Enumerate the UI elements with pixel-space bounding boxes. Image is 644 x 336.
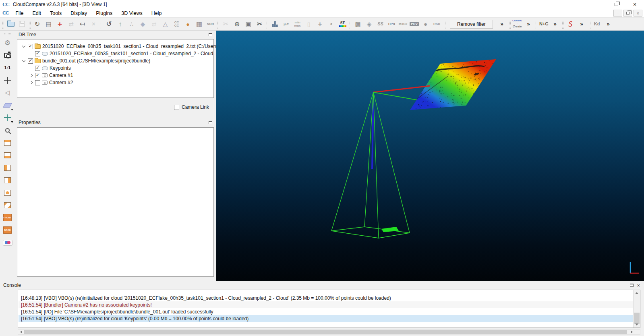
- scroll-down-button[interactable]: [634, 321, 640, 328]
- canupo-create-icon[interactable]: CANUPO∴Create: [512, 19, 523, 29]
- add-sf-icon[interactable]: +: [315, 19, 325, 29]
- screenshot-camera-icon[interactable]: [2, 50, 14, 61]
- restore-button[interactable]: [607, 0, 625, 9]
- checkerboard-icon[interactable]: ▦: [194, 19, 205, 29]
- segment-icon[interactable]: ✂: [254, 19, 265, 29]
- animation-plugin-icon[interactable]: ▩: [352, 19, 363, 29]
- visibility-checkbox[interactable]: [28, 44, 33, 49]
- overflow-chevron-icon[interactable]: »: [523, 19, 534, 29]
- scroll-up-button[interactable]: [634, 290, 640, 296]
- camera-link-checkbox[interactable]: [174, 105, 179, 110]
- float-panel-icon[interactable]: [209, 33, 212, 36]
- tree-row[interactable]: Camera #1: [17, 72, 213, 79]
- open-file-icon[interactable]: [5, 19, 16, 29]
- collapse-icon[interactable]: [21, 46, 26, 47]
- tree-row[interactable]: Camera #2: [17, 79, 213, 86]
- menu-plugins[interactable]: Plugins: [91, 9, 117, 18]
- merge-icon[interactable]: ⇄: [66, 19, 77, 29]
- mdi-close-button[interactable]: ×: [634, 10, 642, 17]
- visibility-checkbox[interactable]: [35, 73, 40, 78]
- expand-icon[interactable]: [29, 81, 33, 84]
- overflow-chevron-icon[interactable]: »: [497, 19, 507, 29]
- translate-rotate-icon[interactable]: ⊕: [232, 19, 242, 29]
- tree-row[interactable]: 20151020_ECFlake_00h35_task101_section1 …: [17, 43, 213, 50]
- collapse-icon[interactable]: [21, 60, 26, 62]
- toolbar-drag-handle[interactable]: [2, 19, 4, 29]
- overflow-chevron-icon[interactable]: »: [603, 19, 614, 29]
- scissors-icon[interactable]: ✂: [220, 19, 231, 29]
- back-iso-view-icon[interactable]: BACK: [2, 224, 14, 236]
- gaussian-filter-icon[interactable]: μ,σ: [281, 19, 292, 29]
- menu-help[interactable]: Help: [147, 9, 166, 18]
- rsd-plugin-icon[interactable]: RSD: [431, 19, 442, 29]
- mdi-restore-button[interactable]: [623, 10, 632, 17]
- view-top-icon[interactable]: [2, 137, 14, 148]
- menu-3d-views[interactable]: 3D Views: [117, 9, 147, 18]
- toolbar-drag-handle[interactable]: [509, 19, 511, 29]
- crop-box-icon[interactable]: ▣: [243, 19, 254, 29]
- m3c2-plugin-icon[interactable]: M3C2: [398, 19, 408, 29]
- delete-icon[interactable]: ×: [88, 19, 99, 29]
- stereo-mode-icon[interactable]: [2, 237, 14, 248]
- save-icon[interactable]: [17, 19, 27, 29]
- toolbar-drag-handle[interactable]: [4, 33, 11, 35]
- sf-minmax-icon[interactable]: min max: [292, 19, 303, 29]
- mesh-triangle-icon[interactable]: △: [160, 19, 171, 29]
- toolbar-drag-handle[interactable]: [100, 19, 102, 29]
- menu-tools[interactable]: Tools: [46, 9, 66, 18]
- toolbar-drag-handle[interactable]: [349, 19, 351, 29]
- minimize-button[interactable]: –: [588, 0, 607, 9]
- sf-arithmetic-icon[interactable]: #: [326, 19, 337, 29]
- ss-plugin-icon[interactable]: SS: [375, 19, 386, 29]
- primitive-factory-icon[interactable]: ●: [182, 19, 193, 29]
- front-iso-view-icon[interactable]: FRONT: [2, 212, 14, 223]
- tree-row[interactable]: bundle_001.out (C:/SFM/examples/project/…: [17, 57, 213, 64]
- toolbar-drag-handle[interactable]: [443, 19, 445, 29]
- float-panel-icon[interactable]: [630, 284, 634, 287]
- view-right-icon[interactable]: [2, 174, 14, 186]
- vertical-scrollbar[interactable]: [633, 290, 640, 328]
- view-front-icon[interactable]: [2, 187, 14, 198]
- scroll-left-button[interactable]: [18, 330, 24, 334]
- view-back-icon[interactable]: [2, 199, 14, 211]
- scatter-arrows-icon[interactable]: ⇄: [149, 19, 159, 29]
- toolbar-drag-handle[interactable]: [588, 19, 590, 29]
- mdi-minimize-button[interactable]: –: [613, 10, 622, 17]
- menu-display[interactable]: Display: [66, 9, 91, 18]
- csf-s-icon[interactable]: S: [565, 19, 576, 29]
- facet-icon[interactable]: ◆: [137, 19, 148, 29]
- zoom-1-1-icon[interactable]: 1:1: [2, 62, 14, 73]
- view-bottom-icon[interactable]: [2, 149, 14, 161]
- properties-list-icon[interactable]: ▤: [43, 19, 54, 29]
- rotate-view-icon[interactable]: ◁: [2, 87, 14, 98]
- view-left-icon[interactable]: [2, 162, 14, 173]
- expand-icon[interactable]: [29, 74, 33, 77]
- scrollbar-thumb[interactable]: [24, 330, 627, 334]
- magnifier-icon[interactable]: [2, 124, 14, 136]
- sor-filter-icon[interactable]: SOR: [205, 19, 216, 29]
- pcv-plugin-icon[interactable]: PCV: [409, 19, 420, 29]
- console-message[interactable]: [16:48:13] [VBO] VBO(s) (re)initialized …: [19, 295, 633, 301]
- overflow-chevron-icon[interactable]: »: [576, 19, 587, 29]
- kd-icon[interactable]: Kd: [592, 19, 603, 29]
- histogram-icon[interactable]: [269, 19, 280, 29]
- hpr-plugin-icon[interactable]: HPR: [386, 19, 397, 29]
- perspective-icon[interactable]: [2, 100, 14, 111]
- tree-row[interactable]: 20151020_ECFlake_00h35_task101_section1 …: [17, 50, 213, 57]
- toolbar-drag-handle[interactable]: [266, 19, 268, 29]
- toolbar-drag-handle[interactable]: [217, 19, 219, 29]
- toolbar-drag-handle[interactable]: [29, 19, 31, 29]
- toolbar-drag-handle[interactable]: [562, 19, 564, 29]
- curved-arrow-icon[interactable]: ↺: [104, 19, 114, 29]
- console-message[interactable]: [16:51:54] [VBO] VBO(s) (re)initialized …: [19, 315, 633, 322]
- close-button[interactable]: ×: [625, 0, 644, 9]
- remove-filter-button[interactable]: Remove filter: [450, 20, 493, 29]
- visibility-checkbox[interactable]: [35, 66, 40, 71]
- tree-row[interactable]: Keypoints: [17, 64, 213, 72]
- pan-view-icon[interactable]: [2, 112, 14, 123]
- 3d-viewport[interactable]: [216, 31, 644, 281]
- console-message[interactable]: [16:51:54] [Bundler] Camera #2 has no as…: [19, 301, 633, 308]
- scroll-right-button[interactable]: [629, 330, 634, 334]
- visibility-checkbox[interactable]: [35, 51, 40, 56]
- toolbar-drag-handle[interactable]: [535, 19, 537, 29]
